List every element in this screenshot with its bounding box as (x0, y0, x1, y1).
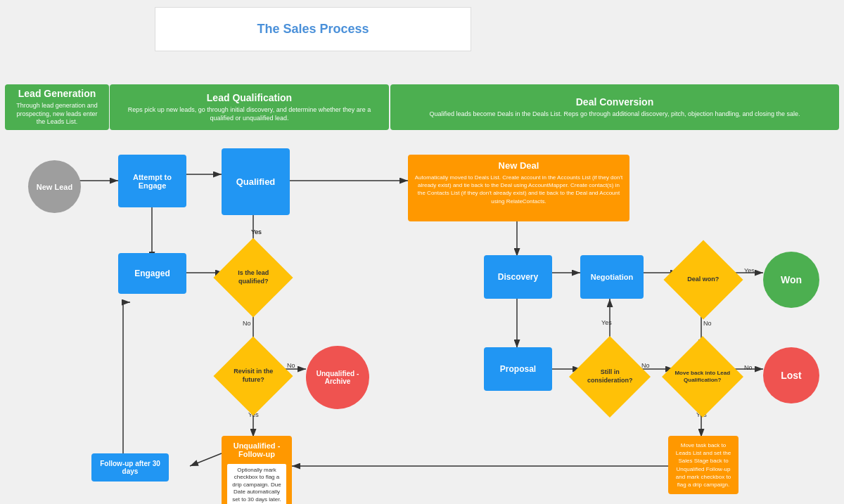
yes-label-3: Yes (744, 267, 755, 274)
yes-label-4: Yes (601, 319, 612, 326)
arrows-overlay (0, 0, 844, 504)
phase-lead-gen-title: Lead Generation (18, 88, 96, 99)
phase-lead-gen-desc: Through lead generation and prospecting,… (13, 102, 101, 127)
svg-line-10 (190, 453, 222, 466)
move-back-diamond: Move back into Lead Qualification? (662, 336, 743, 418)
title-box: The Sales Process (155, 7, 471, 51)
lost-node: Lost (763, 347, 819, 403)
still-considering-diamond: Still in consideration? (569, 336, 651, 418)
no-label-3: No (703, 320, 712, 327)
unqualified-archive-node: Unqualified - Archive (306, 346, 369, 409)
followup-30-node: Follow-up after 30 days (91, 453, 169, 482)
no-label-5: No (744, 364, 753, 371)
new-lead-node: New Lead (28, 160, 81, 213)
phase-deal-conv-title: Deal Conversion (576, 96, 653, 108)
is-qualified-diamond: Is the lead qualified? (213, 238, 293, 317)
no-label-4: No (641, 362, 650, 369)
no-label-2: No (287, 362, 295, 369)
won-node: Won (763, 252, 819, 308)
proposal-node: Proposal (484, 347, 552, 391)
engaged-node: Engaged (118, 253, 186, 294)
phase-lead-gen: Lead Generation Through lead generation … (5, 84, 109, 130)
phase-deal-conv-desc: Qualified leads become Deals in the Deal… (429, 110, 800, 119)
unqualified-followup-node: Unqualified - Follow-up Optionally mark … (222, 436, 292, 504)
qualified-node: Qualified (222, 148, 290, 215)
attempt-engage-node: Attempt to Engage (118, 155, 186, 207)
negotiation-node: Negotiation (580, 255, 644, 299)
new-deal-node: New Deal Automatically moved to Deals Li… (408, 155, 629, 221)
revisit-diamond: Revisit in the future? (213, 336, 293, 415)
move-back-action-node: Move task back to Leads List and set the… (668, 436, 738, 494)
phase-lead-qual-desc: Reps pick up new leads, go through initi… (118, 106, 381, 122)
phase-deal-conv: Deal Conversion Qualified leads become D… (390, 84, 839, 130)
phase-lead-qual-title: Lead Qualification (207, 92, 292, 103)
phase-lead-qual: Lead Qualification Reps pick up new lead… (110, 84, 389, 130)
no-label-1: No (243, 320, 251, 327)
deal-won-diamond: Deal won? (663, 240, 743, 319)
yes-label-1: Yes (251, 228, 262, 235)
page-title: The Sales Process (257, 22, 369, 36)
discovery-node: Discovery (484, 255, 552, 299)
